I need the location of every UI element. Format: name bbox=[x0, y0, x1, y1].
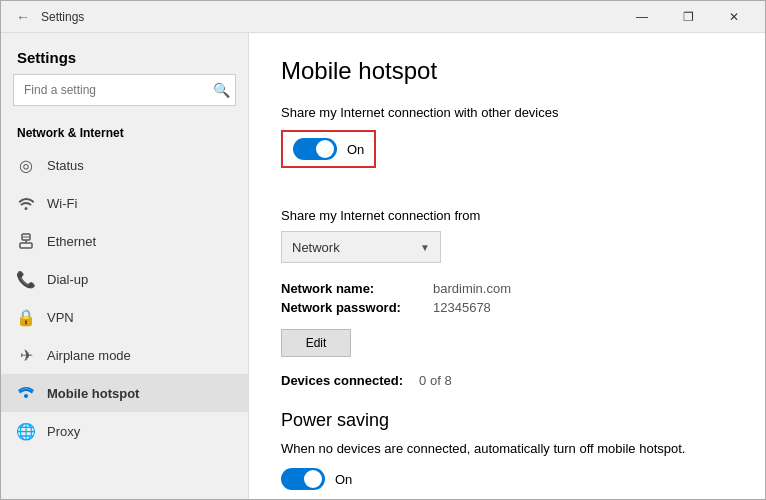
sidebar-item-label: Ethernet bbox=[47, 234, 96, 249]
hotspot-icon bbox=[17, 384, 35, 402]
devices-connected-row: Devices connected: 0 of 8 bbox=[281, 373, 733, 388]
minimize-button[interactable]: — bbox=[619, 1, 665, 33]
proxy-icon: 🌐 bbox=[17, 422, 35, 440]
close-button[interactable]: ✕ bbox=[711, 1, 757, 33]
search-box: 🔍 bbox=[13, 74, 236, 106]
main-content: Mobile hotspot Share my Internet connect… bbox=[249, 33, 765, 499]
page-title: Mobile hotspot bbox=[281, 57, 733, 85]
sidebar: Settings 🔍 Network & Internet ◎ Status bbox=[1, 33, 249, 499]
share-label: Share my Internet connection with other … bbox=[281, 105, 733, 120]
window-controls: — ❐ ✕ bbox=[619, 1, 757, 33]
power-title: Power saving bbox=[281, 410, 733, 431]
status-icon: ◎ bbox=[17, 156, 35, 174]
sidebar-item-dialup[interactable]: 📞 Dial-up bbox=[1, 260, 248, 298]
network-password-value: 12345678 bbox=[433, 300, 733, 315]
dropdown-value: Network bbox=[292, 240, 340, 255]
dialup-icon: 📞 bbox=[17, 270, 35, 288]
share-toggle[interactable] bbox=[293, 138, 337, 160]
sidebar-item-label: Wi-Fi bbox=[47, 196, 77, 211]
devices-connected-label: Devices connected: bbox=[281, 373, 403, 388]
network-info-grid: Network name: bardimin.com Network passw… bbox=[281, 281, 733, 315]
chevron-down-icon: ▼ bbox=[420, 242, 430, 253]
sidebar-item-label: Proxy bbox=[47, 424, 80, 439]
window-title: Settings bbox=[37, 10, 619, 24]
sidebar-app-title: Settings bbox=[17, 49, 76, 66]
settings-window: ← Settings — ❐ ✕ Settings 🔍 Network & In… bbox=[0, 0, 766, 500]
from-section: Share my Internet connection from Networ… bbox=[281, 208, 733, 263]
devices-connected-value: 0 of 8 bbox=[419, 373, 452, 388]
wifi-icon bbox=[17, 194, 35, 212]
power-toggle-row: On bbox=[281, 468, 733, 490]
sidebar-item-airplane[interactable]: ✈ Airplane mode bbox=[1, 336, 248, 374]
maximize-button[interactable]: ❐ bbox=[665, 1, 711, 33]
connection-dropdown[interactable]: Network ▼ bbox=[281, 231, 441, 263]
back-button[interactable]: ← bbox=[9, 3, 37, 31]
sidebar-item-label: Mobile hotspot bbox=[47, 386, 139, 401]
search-input[interactable] bbox=[13, 74, 236, 106]
sidebar-header: Settings bbox=[1, 33, 248, 74]
power-toggle[interactable] bbox=[281, 468, 325, 490]
ethernet-icon bbox=[17, 232, 35, 250]
sidebar-item-label: Airplane mode bbox=[47, 348, 131, 363]
sidebar-item-label: VPN bbox=[47, 310, 74, 325]
power-saving-section: Power saving When no devices are connect… bbox=[281, 410, 733, 490]
airplane-icon: ✈ bbox=[17, 346, 35, 364]
power-toggle-label: On bbox=[335, 472, 352, 487]
title-bar: ← Settings — ❐ ✕ bbox=[1, 1, 765, 33]
sidebar-item-label: Dial-up bbox=[47, 272, 88, 287]
sidebar-item-status[interactable]: ◎ Status bbox=[1, 146, 248, 184]
edit-button[interactable]: Edit bbox=[281, 329, 351, 357]
share-toggle-row: On bbox=[281, 130, 376, 168]
sidebar-item-proxy[interactable]: 🌐 Proxy bbox=[1, 412, 248, 450]
sidebar-item-hotspot[interactable]: Mobile hotspot bbox=[1, 374, 248, 412]
search-icon[interactable]: 🔍 bbox=[213, 82, 230, 98]
network-name-label: Network name: bbox=[281, 281, 421, 296]
from-label: Share my Internet connection from bbox=[281, 208, 733, 223]
sidebar-item-ethernet[interactable]: Ethernet bbox=[1, 222, 248, 260]
sidebar-item-wifi[interactable]: Wi-Fi bbox=[1, 184, 248, 222]
svg-rect-5 bbox=[20, 243, 32, 248]
share-toggle-label: On bbox=[347, 142, 364, 157]
sidebar-item-label: Status bbox=[47, 158, 84, 173]
sidebar-item-vpn[interactable]: 🔒 VPN bbox=[1, 298, 248, 336]
content-area: Settings 🔍 Network & Internet ◎ Status bbox=[1, 33, 765, 499]
power-desc: When no devices are connected, automatic… bbox=[281, 441, 733, 456]
network-password-label: Network password: bbox=[281, 300, 421, 315]
toggle-knob bbox=[316, 140, 334, 158]
network-name-value: bardimin.com bbox=[433, 281, 733, 296]
vpn-icon: 🔒 bbox=[17, 308, 35, 326]
nav-section-label: Network & Internet bbox=[1, 118, 248, 146]
power-toggle-knob bbox=[304, 470, 322, 488]
